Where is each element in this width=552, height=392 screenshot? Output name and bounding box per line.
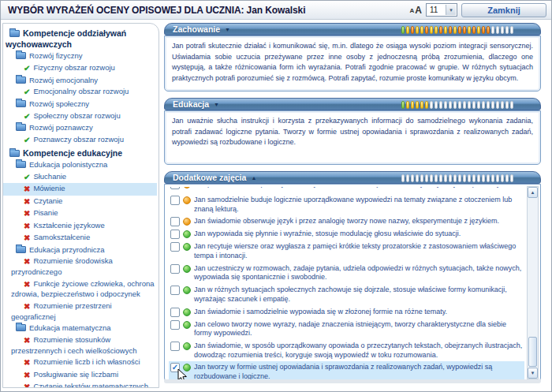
sidebar-item[interactable]: ✖Samokształcenie xyxy=(3,232,157,245)
sidebar-item[interactable]: ✖Rozumienie liczb i ich własności xyxy=(3,357,157,369)
sidebar-item[interactable]: ✖Kształcenie językowe xyxy=(3,220,157,233)
sidebar-item[interactable]: Rozwój społeczny xyxy=(3,99,157,110)
checkbox[interactable] xyxy=(170,217,180,226)
scroll-track[interactable] xyxy=(528,198,538,336)
indicator-bar-white xyxy=(501,26,504,34)
checkbox[interactable] xyxy=(170,242,180,252)
sidebar-item[interactable]: Edukacja przyrodnicza xyxy=(3,245,157,256)
section-header-zachowanie[interactable]: Zachowanie ▼ xyxy=(164,23,541,35)
list-item[interactable]: Jan wypowiada się płynnie i wyraźnie, st… xyxy=(169,228,524,241)
checkbox[interactable] xyxy=(170,187,180,189)
list-item-text: Jan w różnych sytuacjach społecznych zac… xyxy=(194,286,523,304)
indicator-bar-white xyxy=(416,174,419,182)
sidebar-item[interactable]: ✖Mówienie xyxy=(3,183,157,196)
font-decrease-icon[interactable]: A xyxy=(410,7,415,15)
sidebar-item[interactable]: ✖Funkcje życiowe człowieka, ochrona zdro… xyxy=(3,278,157,301)
sidebar-item-label: Kształcenie językowe xyxy=(33,221,104,230)
sidebar-item[interactable]: ✖Czytanie xyxy=(3,196,157,208)
indicator-bar-white xyxy=(491,26,494,34)
indicator-bar-yellow xyxy=(425,101,428,109)
list-item[interactable]: Jan w różnych sytuacjach społecznych zac… xyxy=(169,284,524,305)
mouse-cursor-icon xyxy=(177,368,188,379)
checkbox[interactable] xyxy=(170,230,180,239)
indicator-bar-white xyxy=(420,174,423,182)
font-size-control[interactable]: AA xyxy=(410,6,422,15)
scroll-up-button[interactable]: ▲ xyxy=(528,187,538,198)
rating-indicator xyxy=(401,174,513,182)
list-item-text: Jan tworzy w formie ustnej opowiadania i… xyxy=(194,363,523,379)
list-item-text: Jan świadomie obserwuje język i przez an… xyxy=(194,217,499,226)
sidebar-item-label: Edukacja przyrodnicza xyxy=(29,245,105,254)
sidebar-item[interactable]: Kompetencje oddziaływań wychowawczych xyxy=(3,27,157,50)
indicator-bar-white xyxy=(501,174,504,182)
indicator-bar-white xyxy=(449,101,452,109)
indicator-bar-white xyxy=(439,101,442,109)
status-dot-green xyxy=(183,308,191,316)
checkbox[interactable] xyxy=(170,342,180,351)
sidebar-item-label: Edukacja polonistyczna xyxy=(29,160,107,169)
sidebar-item-label: Mówienie xyxy=(33,184,65,192)
checkbox[interactable] xyxy=(170,264,180,274)
sidebar-item[interactable]: ✖Rozumienie środowiska przyrodniczego xyxy=(3,256,157,278)
font-increase-icon[interactable]: A xyxy=(415,6,422,15)
sidebar-item[interactable]: Edukacja polonistyczna xyxy=(3,159,157,171)
indicator-bar-white xyxy=(435,101,438,109)
list-item-text: Jan świadomie i samodzielnie wypowiada s… xyxy=(194,308,447,317)
sidebar-item-label: Kompetencje edukacyjne xyxy=(23,148,122,158)
list-item[interactable]: Jan świadomie, w sposób uporządkowany op… xyxy=(169,340,524,361)
sidebar-item[interactable]: ✔Poznawczy obszar rozwoju xyxy=(3,134,157,147)
list-item[interactable]: Jan recytuje wiersze oraz wygłasza z pam… xyxy=(169,241,524,262)
indicator-bar-white xyxy=(510,101,513,109)
font-size-value: 11 xyxy=(430,6,438,14)
sidebar-item[interactable]: ✔Emocjonalny obszar rozwoju xyxy=(3,86,157,99)
list-item[interactable]: Jan samodzielnie buduje logicznie uporzą… xyxy=(169,194,524,215)
sidebar-item[interactable]: ✔Społeczny obszar rozwoju xyxy=(3,110,157,123)
indicator-bar-yellow xyxy=(468,26,471,34)
indicator-bar-white xyxy=(401,174,405,182)
close-button[interactable]: Zamknij xyxy=(461,3,546,17)
indicator-bar-white xyxy=(472,101,476,109)
checkbox[interactable] xyxy=(170,286,180,295)
sidebar-item[interactable]: ✖Pisanie xyxy=(3,207,157,220)
indicator-bar-white xyxy=(496,26,499,34)
sidebar-item[interactable]: Edukacja matematyczna xyxy=(3,323,157,334)
list-item[interactable]: Jan świadomie obserwuje język i przez an… xyxy=(169,215,524,228)
status-dot-green xyxy=(183,265,191,273)
sidebar-item[interactable]: ✖Czytanie tekstów matematycznych xyxy=(3,381,157,388)
folder-icon xyxy=(16,100,26,107)
sidebar-item[interactable]: Rozwój emocjonalny xyxy=(3,75,157,87)
section-header-dodatkowe-zajecia[interactable]: Dodatkowe zajęcia ▲ xyxy=(164,171,541,184)
section-header-edukacja[interactable]: Edukacja ▼ xyxy=(164,98,541,110)
sidebar-item[interactable]: ✖Rozumienie stosunków przestrzennych i c… xyxy=(3,334,157,357)
sidebar-item[interactable]: ✖Rozumienie przestrzeni geograficznej xyxy=(3,301,157,323)
sidebar-item[interactable]: Rozwój fizyczny xyxy=(3,50,157,62)
section-zachowanie: Zachowanie ▼ Jan potrafi skutecznie dzia… xyxy=(164,23,541,91)
scroll-thumb[interactable] xyxy=(528,337,537,367)
list-item[interactable]: Jan uczestniczy w rozmowach, zadaje pyta… xyxy=(169,263,524,284)
list-scrollbar[interactable]: ▲ ▼ xyxy=(527,186,539,379)
scroll-down-button[interactable]: ▼ xyxy=(528,368,538,379)
list-item-text: Jan celowo tworzy nowe wyrazy, nadaje zn… xyxy=(194,320,523,338)
indicator-bar-white xyxy=(444,101,447,109)
checkbox[interactable] xyxy=(170,308,180,317)
indicator-bar-yellow xyxy=(444,26,447,34)
check-icon: ✔ xyxy=(24,63,30,74)
list-item[interactable]: Jan potrafi dobrze dopasowywać formy kom… xyxy=(169,187,524,194)
indicator-bar-white xyxy=(482,174,485,182)
chevron-down-icon[interactable]: ▾ xyxy=(446,5,456,15)
list-item[interactable]: ✓Jan tworzy w formie ustnej opowiadania … xyxy=(169,361,524,379)
font-size-select[interactable]: 11 ▾ xyxy=(426,3,457,17)
sidebar-item[interactable]: ✔Fizyczny obszar rozwoju xyxy=(3,62,157,75)
sidebar-item[interactable]: ✖Posługiwanie się liczbami xyxy=(3,369,157,382)
sidebar-item[interactable]: Rozwój poznawczy xyxy=(3,122,157,134)
list-item[interactable]: Jan świadomie i samodzielnie wypowiada s… xyxy=(169,306,524,319)
list-item[interactable]: Jan celowo tworzy nowe wyrazy, nadaje zn… xyxy=(169,319,524,340)
checkbox[interactable] xyxy=(170,320,180,330)
sidebar-item-label: Rozwój fizyczny xyxy=(29,51,83,60)
indicator-bar-white xyxy=(491,101,494,109)
sidebar-item[interactable]: Kompetencje edukacyjne xyxy=(3,147,157,159)
checkbox[interactable] xyxy=(170,196,180,205)
indicator-bar-white xyxy=(406,174,409,182)
sidebar-item[interactable]: ✔Słuchanie xyxy=(3,171,157,184)
cross-icon: ✖ xyxy=(24,221,30,232)
